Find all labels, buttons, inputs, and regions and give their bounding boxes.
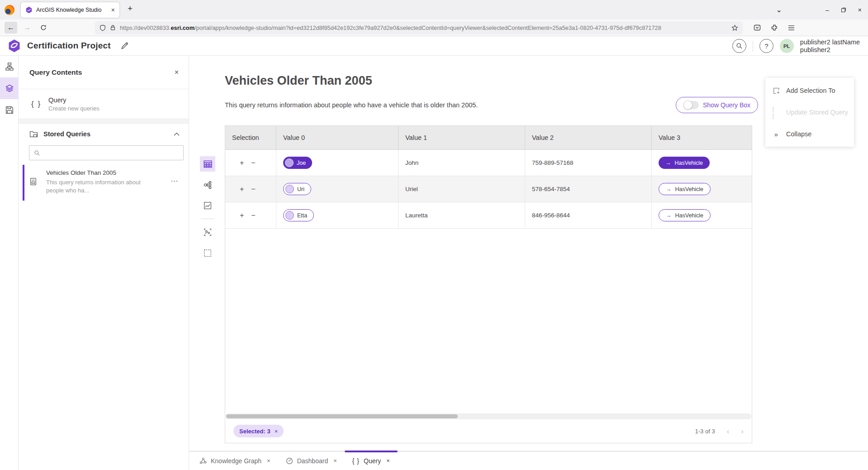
column-header-value0[interactable]: Value 0	[276, 126, 398, 149]
sidebar-item-contents-tree[interactable]	[0, 56, 19, 77]
chevron-up-icon[interactable]	[174, 132, 180, 136]
remove-selection-button[interactable]: −	[251, 159, 255, 167]
query-item-title: Query	[48, 96, 100, 104]
tab-query[interactable]: { } Query ×	[345, 451, 398, 470]
close-tab-icon[interactable]: ×	[267, 457, 270, 464]
scrollbar-thumb[interactable]	[226, 414, 458, 418]
new-link-chart-from-selection-button[interactable]	[200, 225, 215, 240]
add-to-link-chart-button[interactable]	[200, 177, 215, 192]
column-header-selection[interactable]: Selection	[225, 126, 276, 149]
column-header-value3[interactable]: Value 3	[652, 126, 752, 149]
header-divider	[753, 41, 753, 52]
list-tabs-chevron-icon[interactable]: ⌄	[776, 5, 782, 14]
user-name: publisher2 lastName publisher2	[800, 38, 860, 53]
prev-page-button[interactable]: ‹	[727, 427, 730, 435]
extensions-icon[interactable]	[771, 24, 778, 31]
add-selection-button[interactable]: +	[240, 185, 244, 193]
app-logo-icon	[8, 39, 21, 53]
clear-selection-icon[interactable]: ×	[275, 428, 278, 435]
bookmark-star-icon[interactable]	[731, 24, 738, 31]
forward-button[interactable]: →	[21, 22, 33, 34]
collapse-chevrons-icon: »	[772, 130, 780, 138]
firefox-icon[interactable]	[5, 5, 14, 15]
left-rail	[0, 56, 19, 470]
remove-selection-button[interactable]: −	[251, 211, 255, 220]
remove-selection-button[interactable]: −	[251, 185, 255, 193]
tab-dashboard[interactable]: Dashboard ×	[278, 451, 345, 470]
tracking-shield-icon[interactable]	[100, 24, 106, 31]
close-tab-icon[interactable]: ×	[333, 457, 337, 464]
table-row[interactable]: + − Uri Uriel 578-654-7854 →HasVehicle	[225, 176, 752, 202]
page-title: Vehicles Older Than 2005	[225, 74, 372, 88]
cell-value2: 578-654-7854	[525, 176, 652, 202]
folder-icon	[29, 130, 38, 138]
stored-queries-header[interactable]: Stored Queries	[19, 124, 189, 144]
close-tab-icon[interactable]: ×	[386, 457, 390, 464]
window-minimize-button[interactable]: –	[825, 6, 829, 14]
back-button[interactable]: ←	[5, 22, 17, 34]
menu-item-update-stored-query: { } Update Stored Query	[765, 101, 854, 123]
tab-knowledge-graph[interactable]: Knowledge Graph ×	[192, 451, 278, 470]
table-view-button[interactable]	[200, 156, 215, 172]
braces-icon: { }	[352, 457, 360, 465]
new-tab-button[interactable]: +	[128, 4, 133, 14]
entity-pill[interactable]: Uri	[283, 183, 311, 195]
panel-close-icon[interactable]: ×	[175, 68, 179, 77]
search-button[interactable]	[732, 39, 746, 53]
app-header: Certification Project ? PL publisher2 la…	[0, 36, 868, 56]
menu-item-add-selection-to[interactable]: Add Selection To	[765, 80, 854, 101]
dashboard-icon	[286, 457, 293, 465]
search-input[interactable]	[44, 149, 179, 156]
arrow-icon: →	[666, 212, 672, 219]
avatar[interactable]: PL	[780, 39, 794, 53]
entity-pill[interactable]: Etta	[283, 209, 314, 221]
table-row[interactable]: + − Joe John 759-889-57168 →HasVehicle	[225, 150, 752, 176]
panel-title: Query Contents	[29, 68, 175, 77]
lock-icon[interactable]	[110, 24, 116, 31]
sidebar-item-save[interactable]	[0, 99, 19, 121]
add-selection-button[interactable]: +	[240, 211, 244, 220]
search-icon	[34, 150, 40, 156]
content-tabs-bar: Knowledge Graph × Dashboard × { } Query …	[189, 451, 868, 470]
table-row[interactable]: + − Etta Lauretta 846-956-8644 →HasVehic…	[225, 202, 752, 229]
browser-tab-strip: ArcGIS Knowledge Studio × + ⌄ – ×	[0, 0, 868, 19]
stored-query-description: This query returns information about peo…	[46, 178, 156, 194]
add-selection-button[interactable]: +	[240, 159, 244, 167]
window-close-button[interactable]: ×	[858, 6, 862, 14]
horizontal-scrollbar[interactable]	[226, 413, 751, 419]
project-title: Certification Project	[27, 41, 111, 51]
pocket-icon[interactable]	[754, 24, 761, 31]
stored-query-item[interactable]: Vehicles Older Than 2005 This query retu…	[19, 165, 189, 201]
window-restore-button[interactable]	[841, 7, 846, 13]
column-header-value2[interactable]: Value 2	[525, 126, 652, 149]
sidebar-item-layers[interactable]	[0, 77, 19, 99]
more-options-button[interactable]: …	[171, 175, 179, 184]
selected-chip[interactable]: Selected: 3 ×	[233, 425, 284, 437]
add-selection-icon	[772, 87, 780, 95]
relationship-pill[interactable]: →HasVehicle	[659, 157, 710, 169]
stored-query-title: Vehicles Older Than 2005	[46, 169, 181, 176]
toggle-switch[interactable]	[683, 101, 699, 109]
url-bar[interactable]: https://dev0028833.esri.com/portal/apps/…	[95, 21, 743, 34]
entity-pill[interactable]: Joe	[283, 157, 312, 169]
menu-item-collapse[interactable]: » Collapse	[765, 123, 854, 145]
selection-tool-button[interactable]	[200, 245, 215, 261]
browser-tab[interactable]: ArcGIS Knowledge Studio ×	[21, 2, 119, 18]
section-gap	[19, 119, 189, 124]
menu-hamburger-icon[interactable]	[788, 25, 795, 31]
new-query-item[interactable]: { } Query Create new queries	[19, 89, 189, 119]
query-contents-panel: Query Contents × { } Query Create new qu…	[19, 56, 189, 470]
chart-view-button[interactable]	[200, 198, 215, 213]
relationship-pill[interactable]: →HasVehicle	[659, 209, 711, 221]
cell-value1: John	[398, 150, 525, 176]
help-button[interactable]: ?	[759, 39, 773, 53]
toggle-knob	[683, 101, 693, 110]
reload-button[interactable]	[37, 22, 50, 34]
edit-title-button[interactable]	[121, 42, 129, 50]
stored-queries-search[interactable]	[29, 145, 184, 160]
column-header-value1[interactable]: Value 1	[398, 126, 525, 149]
show-query-box-toggle[interactable]: Show Query Box	[676, 97, 758, 113]
next-page-button[interactable]: ›	[741, 427, 744, 435]
tab-close-icon[interactable]: ×	[111, 6, 115, 14]
relationship-pill[interactable]: →HasVehicle	[659, 183, 711, 195]
